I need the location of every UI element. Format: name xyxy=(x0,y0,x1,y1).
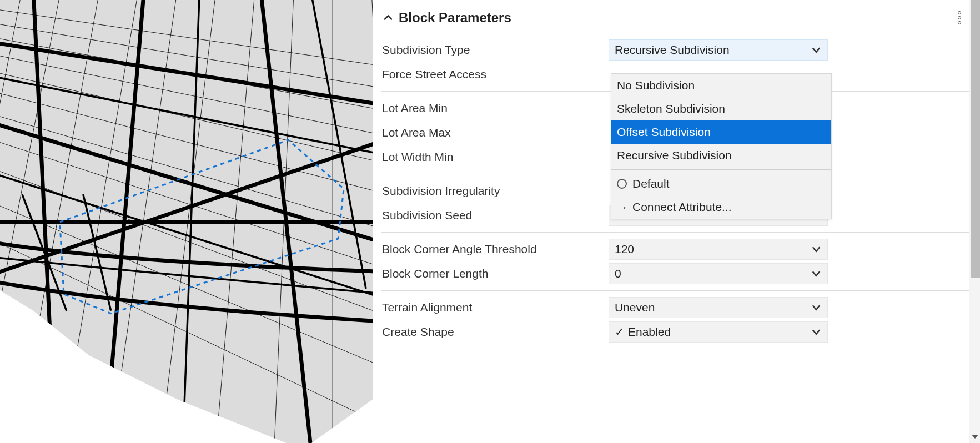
lot-area-min-label: Lot Area Min xyxy=(381,102,609,115)
block-corner-angle-threshold-control[interactable]: 120 xyxy=(609,239,828,260)
block-corner-angle-threshold-value: 120 xyxy=(615,243,634,256)
3d-viewport[interactable] xyxy=(0,0,373,443)
city-grid-render xyxy=(0,0,373,443)
radio-icon xyxy=(617,179,627,189)
chevron-down-icon xyxy=(811,302,822,313)
dropdown-option-no-subdivision[interactable]: No Subdivision xyxy=(611,74,831,97)
terrain-alignment-value: Uneven xyxy=(615,301,655,314)
dropdown-option-skeleton-subdivision[interactable]: Skeleton Subdivision xyxy=(611,97,831,120)
block-corner-length-label: Block Corner Length xyxy=(381,267,609,280)
more-options-icon[interactable] xyxy=(958,11,961,24)
dropdown-option-recursive-subdivision[interactable]: Recursive Subdivision xyxy=(611,144,831,167)
subdivision-irregularity-label: Subdivision Irregularity xyxy=(381,184,609,198)
chevron-up-icon xyxy=(383,13,393,23)
terrain-alignment-label: Terrain Alignment xyxy=(381,301,609,314)
block-corner-length-control[interactable]: 0 xyxy=(609,263,828,284)
block-corner-angle-threshold-label: Block Corner Angle Threshold xyxy=(381,243,609,256)
vertical-scrollbar[interactable] xyxy=(969,0,980,443)
subdivision-type-dropdown[interactable]: Recursive Subdivision xyxy=(609,39,828,61)
section-title: Block Parameters xyxy=(399,10,511,26)
subdivision-seed-label: Subdivision Seed xyxy=(381,209,609,222)
create-shape-value: Enabled xyxy=(628,325,671,339)
properties-panel: Block Parameters Subdivision Type Recurs… xyxy=(373,0,980,443)
terrain-alignment-control[interactable]: Uneven xyxy=(609,297,828,318)
scrollbar-thumb[interactable] xyxy=(971,0,980,278)
force-street-access-label: Force Street Access xyxy=(381,68,609,81)
scroll-down-icon[interactable] xyxy=(971,432,979,441)
create-shape-label: Create Shape xyxy=(381,325,609,339)
block-corner-length-value: 0 xyxy=(615,267,621,280)
dropdown-option-connect-attribute[interactable]: → Connect Attribute... xyxy=(611,195,831,219)
chevron-down-icon xyxy=(811,244,822,255)
subdivision-type-dropdown-list: No Subdivision Skeleton Subdivision Offs… xyxy=(611,73,832,219)
section-header[interactable]: Block Parameters xyxy=(381,7,980,38)
chevron-down-icon xyxy=(811,326,822,338)
chevron-down-icon xyxy=(811,268,822,279)
lot-area-max-label: Lot Area Max xyxy=(381,126,609,139)
check-icon: ✓ xyxy=(615,325,625,339)
create-shape-control[interactable]: ✓ Enabled xyxy=(609,321,828,343)
lot-width-min-label: Lot Width Min xyxy=(381,150,609,164)
subdivision-type-value: Recursive Subdivision xyxy=(615,43,730,57)
subdivision-type-label: Subdivision Type xyxy=(381,43,609,57)
arrow-right-icon: → xyxy=(617,201,628,214)
chevron-down-icon xyxy=(811,44,822,56)
dropdown-option-default[interactable]: Default xyxy=(611,172,831,195)
dropdown-option-offset-subdivision[interactable]: Offset Subdivision xyxy=(611,120,831,144)
